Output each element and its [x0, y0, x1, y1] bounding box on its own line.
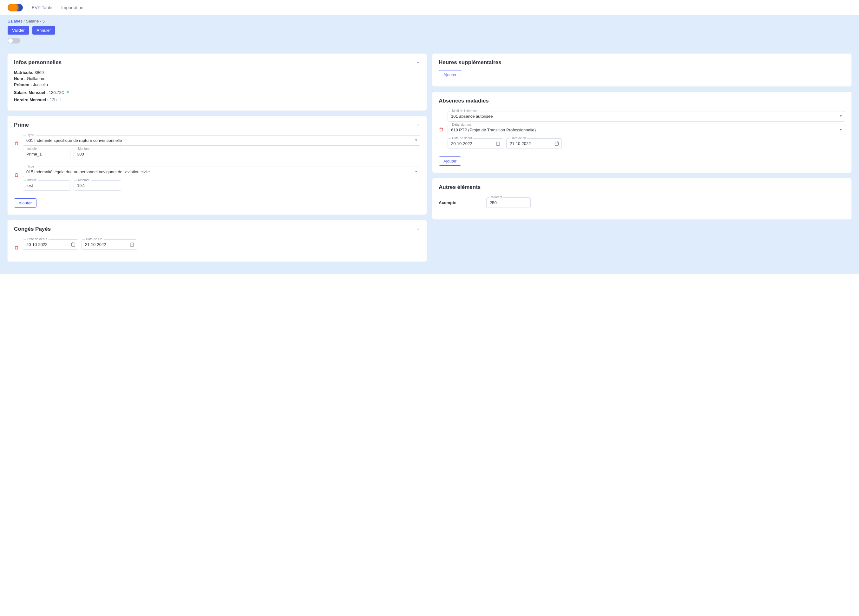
absences-title: Absences maladies — [439, 98, 489, 104]
calendar-icon[interactable] — [130, 242, 134, 247]
nav-evp[interactable]: EVP Table — [32, 5, 52, 10]
prime-intitule-label: Intitulé — [26, 178, 38, 182]
ajouter-absence-button[interactable]: Ajouter — [439, 156, 461, 166]
absence-fin-label: Date de fin — [509, 136, 527, 140]
valider-button[interactable]: Valider — [8, 26, 29, 34]
breadcrumb: Salariés / Salarié - 5 — [8, 19, 851, 23]
prime-type-select[interactable]: 015 Indemnité légale due au personnel na… — [23, 167, 420, 177]
ajouter-heures-button[interactable]: Ajouter — [439, 70, 461, 79]
card-conges: Congés Payés Date de début D — [8, 220, 426, 261]
matricule-value: 3869 — [34, 70, 44, 75]
horaire-label: Horaire Mensuel : — [14, 97, 48, 102]
nom-value: Guillaume — [27, 76, 45, 81]
prime-type-select[interactable]: 001 Indemnité spécifique de rupture conv… — [23, 135, 420, 146]
delete-icon[interactable] — [14, 239, 20, 250]
conges-debut-label: Date de début — [26, 238, 48, 241]
brand-logo — [8, 4, 23, 11]
svg-rect-2 — [497, 142, 500, 145]
breadcrumb-current: Salarié - 5 — [26, 19, 45, 23]
chevron-up-icon[interactable] — [416, 123, 420, 127]
annuler-button[interactable]: Annuler — [32, 26, 56, 34]
card-heures-sup: Heures supplémentaires Ajouter — [433, 54, 851, 86]
autres-title: Autres éléments — [439, 184, 481, 191]
absence-motif-label: Motif de l'absence — [451, 109, 479, 113]
prime-montant-label: Montant — [77, 178, 91, 182]
prime-type-label: Type — [26, 133, 36, 137]
delete-icon[interactable] — [14, 167, 20, 177]
prenom-label: Prénom : — [14, 82, 32, 87]
card-infos-personnelles: Infos personnelles Matricule: 3869 Nom :… — [8, 54, 426, 111]
absence-debut-label: Date de début — [451, 136, 473, 140]
chevron-up-icon[interactable] — [416, 227, 420, 231]
acompte-label: Acompte — [439, 200, 483, 205]
prenom-value: Josselin — [33, 82, 48, 87]
breadcrumb-sep: / — [24, 19, 25, 23]
conges-fin-label: Date de Fin — [85, 238, 104, 241]
increase-icon — [59, 98, 63, 102]
ajouter-prime-button[interactable]: Ajouter — [14, 199, 36, 208]
card-autres: Autres éléments Acompte Montant — [433, 178, 851, 219]
svg-rect-3 — [555, 142, 559, 145]
card-absences: Absences maladies Motif de l'absence 101… — [433, 92, 851, 173]
delete-icon[interactable] — [439, 111, 444, 132]
prime-title: Prime — [14, 122, 29, 128]
calendar-icon[interactable] — [554, 141, 559, 146]
svg-rect-0 — [72, 243, 75, 246]
card-prime: Prime Type 001 Indemnité spécifique de r… — [8, 116, 426, 214]
nav-importation[interactable]: Importation — [61, 5, 83, 10]
delete-icon[interactable] — [14, 135, 20, 146]
calendar-icon[interactable] — [495, 141, 501, 146]
salaire-value: 126.72€ — [49, 90, 64, 95]
nom-label: Nom : — [14, 76, 26, 81]
toggle-switch[interactable] — [8, 38, 20, 44]
chevron-up-icon[interactable] — [416, 60, 420, 65]
subheader: Salariés / Salarié - 5 Valider Annuler — [0, 16, 859, 48]
horaire-value: 12h — [50, 97, 57, 102]
prime-montant-label: Montant — [77, 147, 91, 150]
increase-icon — [66, 91, 70, 95]
absence-detail-label: Détail du motif — [451, 123, 473, 126]
breadcrumb-root[interactable]: Salariés — [8, 19, 22, 23]
absence-motif-select[interactable]: 101 absence autorisée — [448, 111, 845, 122]
salaire-label: Salaire Mensuel : — [14, 90, 48, 95]
heures-title: Heures supplémentaires — [439, 59, 501, 66]
svg-rect-1 — [130, 243, 134, 246]
autres-montant-label: Montant — [489, 195, 503, 199]
top-nav: EVP Table Importation — [0, 0, 859, 16]
infos-title: Infos personnelles — [14, 59, 61, 66]
prime-intitule-label: Intitulé — [26, 147, 38, 150]
matricule-label: Matricule: — [14, 70, 33, 75]
absence-detail-select[interactable]: 610 PTP (Projet de Transition Profession… — [448, 125, 845, 135]
prime-type-label: Type — [26, 165, 36, 168]
conges-title: Congés Payés — [14, 226, 51, 232]
calendar-icon[interactable] — [71, 242, 76, 247]
